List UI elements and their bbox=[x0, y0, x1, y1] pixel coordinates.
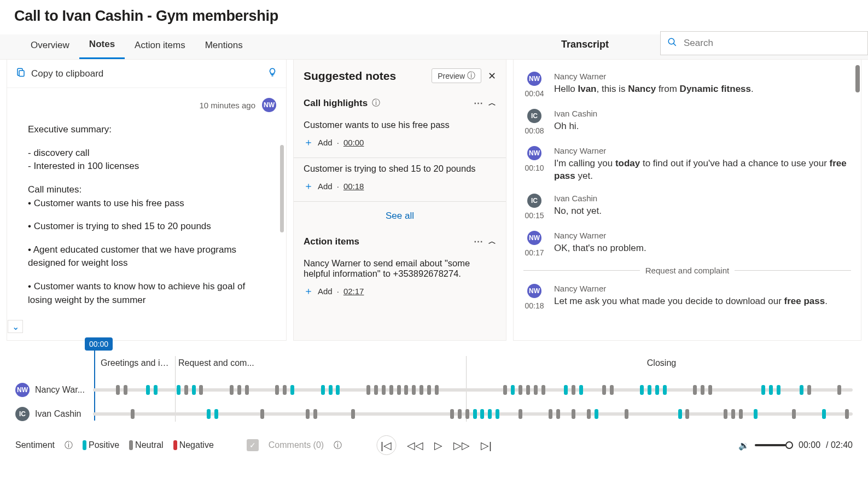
sentiment-tick bbox=[199, 385, 203, 395]
scrollbar[interactable] bbox=[855, 65, 860, 92]
highlight-text: Customer wants to use his free pass bbox=[304, 120, 496, 130]
chevron-up-icon[interactable]: ︿ bbox=[488, 237, 496, 247]
search-input[interactable] bbox=[683, 37, 861, 49]
highlight-item: Customer wants to use his free pass ＋ Ad… bbox=[294, 114, 506, 158]
transcript-scroll[interactable]: NW 00:04 Nancy Warner Hello Ivan, this i… bbox=[514, 60, 861, 340]
skip-to-start-icon[interactable]: |◁ bbox=[376, 435, 396, 455]
info-icon[interactable]: ⓘ bbox=[334, 440, 342, 451]
sentiment-tick bbox=[488, 409, 492, 419]
avatar: IC bbox=[527, 194, 541, 208]
sentiment-tick bbox=[503, 385, 507, 395]
transcript-text: OK, that's no problem. bbox=[554, 242, 851, 255]
plus-icon[interactable]: ＋ bbox=[304, 136, 313, 149]
transcript-text: I'm calling you today to find out if you… bbox=[554, 158, 851, 183]
sentiment-tick bbox=[435, 385, 439, 395]
info-icon[interactable]: ⓘ bbox=[65, 440, 73, 451]
chevron-up-icon[interactable]: ︿ bbox=[488, 98, 496, 108]
timestamp-link[interactable]: 00:00 bbox=[343, 138, 364, 147]
info-icon: ⓘ bbox=[372, 98, 380, 108]
transcript-time[interactable]: 00:18 bbox=[525, 301, 544, 310]
playhead-time[interactable]: 00:00 bbox=[85, 337, 113, 351]
plus-icon[interactable]: ＋ bbox=[304, 284, 313, 298]
sentiment-tick bbox=[761, 385, 765, 395]
sentiment-tick bbox=[192, 385, 196, 395]
speaker-track: IC Ivan Cashin bbox=[15, 402, 853, 426]
speaker-name: Ivan Cashin bbox=[554, 109, 851, 118]
sentiment-tick bbox=[663, 385, 667, 395]
preview-badge[interactable]: Preview ⓘ bbox=[432, 68, 481, 83]
playhead[interactable] bbox=[94, 349, 95, 421]
note-body[interactable]: Executive summary: - discovery call- Int… bbox=[7, 112, 286, 328]
suggested-notes-panel: Suggested notes Preview ⓘ ✕ Call highlig… bbox=[293, 60, 506, 341]
forward-icon[interactable]: ▷▷ bbox=[453, 439, 470, 452]
sentiment-tick bbox=[534, 385, 538, 395]
legend-neutral: Neutral bbox=[129, 440, 164, 451]
play-controls: |◁ ◁◁ ▷ ▷▷ ▷| bbox=[376, 435, 492, 455]
transcript-time[interactable]: 00:08 bbox=[525, 126, 544, 135]
sentiment-tick bbox=[724, 409, 727, 419]
sentiment-tick bbox=[837, 385, 841, 395]
sentiment-tick bbox=[450, 409, 454, 419]
skip-to-end-icon[interactable]: ▷| bbox=[481, 439, 492, 452]
speaker-name: Nancy Warner bbox=[554, 284, 851, 293]
comments-toggle[interactable]: ✓ bbox=[247, 439, 259, 451]
audio-track[interactable] bbox=[93, 388, 853, 392]
sentiment-tick bbox=[116, 385, 120, 395]
sentiment-tick bbox=[412, 385, 416, 395]
sentiment-tick bbox=[610, 385, 614, 395]
sentiment-tick bbox=[685, 409, 689, 419]
rewind-icon[interactable]: ◁◁ bbox=[407, 439, 423, 452]
play-icon[interactable]: ▷ bbox=[434, 439, 442, 452]
expand-button[interactable]: ⌄ bbox=[8, 320, 23, 333]
transcript-row: NW 00:18 Nancy Warner Let me ask you wha… bbox=[523, 278, 851, 316]
transcript-time[interactable]: 00:10 bbox=[525, 164, 544, 172]
sentiment-tick bbox=[237, 385, 241, 395]
sentiment-tick bbox=[556, 409, 560, 419]
timestamp-link[interactable]: 02:17 bbox=[343, 287, 364, 296]
tab-mentions[interactable]: Mentions bbox=[195, 36, 253, 59]
tab-overview[interactable]: Overview bbox=[21, 36, 79, 59]
audio-track[interactable] bbox=[93, 412, 853, 416]
add-button[interactable]: Add bbox=[318, 182, 333, 191]
transcript-time[interactable]: 00:17 bbox=[525, 248, 544, 257]
timeline: 00:00 Greetings and in... Request and co… bbox=[0, 341, 868, 431]
sentiment-tick bbox=[329, 385, 333, 395]
transcript-time[interactable]: 00:04 bbox=[525, 89, 544, 98]
more-icon[interactable]: ⋯ bbox=[474, 97, 484, 109]
sentiment-tick bbox=[214, 409, 218, 419]
add-button[interactable]: Add bbox=[318, 287, 333, 296]
transcript-row: NW 00:04 Nancy Warner Hello Ivan, this i… bbox=[523, 66, 851, 103]
action-items-header[interactable]: Action items ⋯ ︿ bbox=[294, 230, 506, 253]
sentiment-tick bbox=[397, 385, 401, 395]
sentiment-tick bbox=[701, 385, 704, 395]
search-box[interactable] bbox=[660, 31, 868, 55]
transcript-time[interactable]: 00:15 bbox=[525, 211, 544, 220]
segment-label: Greetings and in... bbox=[101, 358, 171, 368]
more-icon[interactable]: ⋯ bbox=[474, 236, 484, 247]
timestamp-link[interactable]: 00:18 bbox=[343, 182, 364, 191]
tab-action-items[interactable]: Action items bbox=[125, 36, 195, 59]
add-button[interactable]: Add bbox=[318, 138, 333, 147]
call-highlights-header[interactable]: Call highlights ⓘ ⋯ ︿ bbox=[294, 92, 506, 114]
close-icon[interactable]: ✕ bbox=[488, 70, 496, 82]
sentiment-tick bbox=[351, 409, 355, 419]
lightbulb-icon[interactable] bbox=[267, 66, 277, 81]
sentiment-tick bbox=[366, 385, 370, 395]
scrollbar[interactable] bbox=[280, 145, 284, 232]
volume-slider[interactable] bbox=[755, 444, 793, 446]
tab-notes[interactable]: Notes bbox=[79, 34, 125, 59]
comments-label[interactable]: Comments (0) bbox=[269, 440, 324, 450]
volume-icon[interactable]: 🔉 bbox=[738, 440, 749, 451]
sentiment-tick bbox=[564, 385, 568, 395]
sentiment-tick bbox=[739, 409, 743, 419]
speaker-name: Nancy Warner bbox=[554, 231, 851, 240]
volume-knob[interactable] bbox=[785, 441, 793, 449]
sentiment-tick bbox=[579, 385, 583, 395]
search-icon bbox=[667, 37, 677, 49]
see-all-link[interactable]: See all bbox=[294, 202, 506, 230]
page: Call to Ivan Cashin - Gym membership Ove… bbox=[0, 0, 868, 484]
sentiment-tick bbox=[275, 385, 279, 395]
plus-icon[interactable]: ＋ bbox=[304, 179, 313, 193]
copy-to-clipboard[interactable]: Copy to clipboard bbox=[7, 60, 286, 88]
sentiment-tick bbox=[382, 385, 386, 395]
